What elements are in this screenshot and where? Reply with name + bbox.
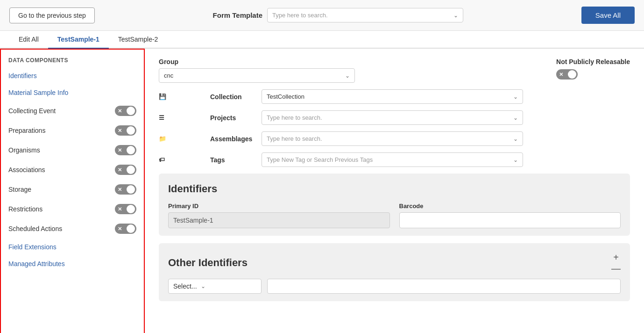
toggle-knob: [127, 126, 135, 135]
sidebar-item-associations[interactable]: Associations ✕: [1, 160, 144, 180]
sidebar-item-label: Material Sample Info: [8, 89, 68, 96]
sidebar: DATA COMPONENTS Identifiers Material Sam…: [0, 49, 145, 333]
collection-icon: 💾: [159, 93, 205, 100]
toggle-knob: [127, 107, 135, 115]
toggle-x-icon: ✕: [118, 206, 122, 212]
sidebar-item-field-extensions[interactable]: Field Extensions: [1, 239, 144, 255]
identifier-fields: Primary ID Barcode: [168, 203, 621, 228]
tab-edit-all[interactable]: Edit All: [9, 31, 48, 49]
assemblages-label: Assemblages: [210, 135, 257, 143]
barcode-input[interactable]: [399, 212, 621, 228]
not-publicly-toggle[interactable]: ✕: [556, 69, 578, 80]
barcode-label: Barcode: [399, 203, 621, 210]
tab-test-sample-1[interactable]: TestSample-1: [48, 31, 109, 49]
tags-row: 🏷 Tags Type New Tag or Search Previous T…: [159, 152, 630, 167]
collection-row: 💾 Collection TestCollection ⌄: [159, 89, 630, 104]
other-identifiers-header: Other Identifiers + —: [168, 253, 621, 273]
projects-dropdown[interactable]: Type here to search. ⌄: [262, 110, 523, 125]
save-all-button[interactable]: Save All: [581, 7, 635, 24]
other-id-value-input[interactable]: [267, 279, 621, 294]
chevron-down-icon: ⌄: [345, 72, 350, 79]
chevron-down-icon: ⌄: [513, 115, 518, 121]
assemblages-icon: 📁: [159, 135, 205, 142]
group-label: Group: [159, 58, 533, 65]
associations-toggle[interactable]: ✕: [115, 165, 136, 175]
other-id-type-dropdown[interactable]: Select... ⌄: [168, 279, 262, 294]
form-template-placeholder: Type here to search.: [272, 12, 450, 19]
tags-input[interactable]: Type New Tag or Search Previous Tags ⌄: [262, 152, 523, 167]
other-identifier-row: Select... ⌄: [168, 279, 621, 294]
assemblages-row: 📁 Assemblages Type here to search. ⌄: [159, 131, 630, 146]
sidebar-item-label: Managed Attributes: [8, 260, 65, 268]
sidebar-item-label: Identifiers: [8, 72, 37, 80]
tags-label: Tags: [210, 156, 257, 164]
sidebar-item-organisms[interactable]: Organisms ✕: [1, 140, 144, 160]
primary-id-group: Primary ID: [168, 203, 390, 228]
sidebar-item-label: Collecting Event: [8, 107, 56, 115]
chevron-down-icon: ⌄: [201, 283, 205, 290]
sidebar-section-title: DATA COMPONENTS: [1, 54, 144, 67]
content-area: Group cnc ⌄ Not Publicly Releasable ✕ 💾 …: [145, 49, 644, 333]
toggle-knob: [127, 205, 135, 213]
sidebar-item-storage[interactable]: Storage ✕: [1, 180, 144, 199]
toggle-x-icon: ✕: [118, 128, 122, 134]
prev-step-button[interactable]: Go to the previous step: [9, 7, 95, 23]
sidebar-item-restrictions[interactable]: Restrictions ✕: [1, 199, 144, 219]
group-dropdown[interactable]: cnc ⌄: [159, 68, 355, 83]
sidebar-item-scheduled-actions[interactable]: Scheduled Actions ✕: [1, 219, 144, 239]
header: Go to the previous step Form Template Ty…: [0, 0, 644, 31]
tabs-bar: Edit All TestSample-1 TestSample-2: [0, 31, 644, 49]
identifiers-title: Identifiers: [168, 183, 621, 195]
group-row: Group cnc ⌄ Not Publicly Releasable ✕: [159, 58, 630, 83]
toggle-knob: [127, 146, 135, 154]
form-template-dropdown[interactable]: Type here to search. ⌄: [267, 8, 463, 22]
sidebar-item-label: Restrictions: [8, 205, 42, 213]
sidebar-item-label: Associations: [8, 166, 45, 174]
other-identifiers-title: Other Identifiers: [168, 257, 248, 269]
primary-id-label: Primary ID: [168, 203, 390, 210]
collection-dropdown[interactable]: TestCollection ⌄: [262, 89, 523, 104]
plus-minus-buttons: + —: [611, 253, 621, 273]
sidebar-item-label: Storage: [8, 186, 31, 193]
identifiers-section: Identifiers Primary ID Barcode: [159, 174, 630, 236]
sidebar-item-identifiers[interactable]: Identifiers: [1, 67, 144, 84]
assemblages-placeholder: Type here to search.: [267, 135, 510, 142]
chevron-down-icon: ⌄: [513, 136, 518, 142]
tags-placeholder: Type New Tag or Search Previous Tags: [267, 156, 510, 163]
add-identifier-button[interactable]: +: [611, 253, 621, 262]
sidebar-item-label: Scheduled Actions: [8, 225, 62, 232]
toggle-x-icon: ✕: [118, 226, 122, 232]
toggle-knob: [127, 185, 135, 194]
primary-id-input[interactable]: [168, 212, 390, 228]
tags-icon: 🏷: [159, 156, 205, 163]
sidebar-item-material-sample-info[interactable]: Material Sample Info: [1, 84, 144, 101]
sidebar-item-preparations[interactable]: Preparations ✕: [1, 121, 144, 140]
collecting-event-toggle[interactable]: ✕: [115, 106, 136, 116]
restrictions-toggle[interactable]: ✕: [115, 204, 136, 214]
collection-label: Collection: [210, 93, 257, 101]
not-publicly-label: Not Publicly Releasable: [556, 58, 630, 65]
chevron-down-icon: ⌄: [513, 157, 518, 163]
sidebar-item-collecting-event[interactable]: Collecting Event ✕: [1, 101, 144, 121]
projects-row: ☰ Projects Type here to search. ⌄: [159, 110, 630, 125]
projects-icon: ☰: [159, 114, 205, 121]
projects-label: Projects: [210, 114, 257, 122]
not-publicly-section: Not Publicly Releasable ✕: [556, 58, 630, 80]
remove-identifier-button[interactable]: —: [611, 264, 621, 273]
tab-test-sample-2[interactable]: TestSample-2: [109, 31, 168, 49]
storage-toggle[interactable]: ✕: [115, 184, 136, 195]
toggle-x-icon: ✕: [118, 187, 122, 193]
assemblages-dropdown[interactable]: Type here to search. ⌄: [262, 131, 523, 146]
sidebar-item-label: Organisms: [8, 146, 40, 154]
scheduled-actions-toggle[interactable]: ✕: [115, 224, 136, 234]
form-template-label: Form Template: [213, 11, 262, 19]
preparations-toggle[interactable]: ✕: [115, 125, 136, 136]
form-template-area: Form Template Type here to search. ⌄: [213, 8, 463, 22]
other-identifiers-section: Other Identifiers + — Select... ⌄: [159, 243, 630, 301]
sidebar-item-managed-attributes[interactable]: Managed Attributes: [1, 255, 144, 272]
toggle-knob: [127, 166, 135, 174]
toggle-x-icon: ✕: [118, 147, 122, 153]
projects-placeholder: Type here to search.: [267, 114, 510, 121]
organisms-toggle[interactable]: ✕: [115, 145, 136, 155]
group-value: cnc: [164, 72, 341, 79]
